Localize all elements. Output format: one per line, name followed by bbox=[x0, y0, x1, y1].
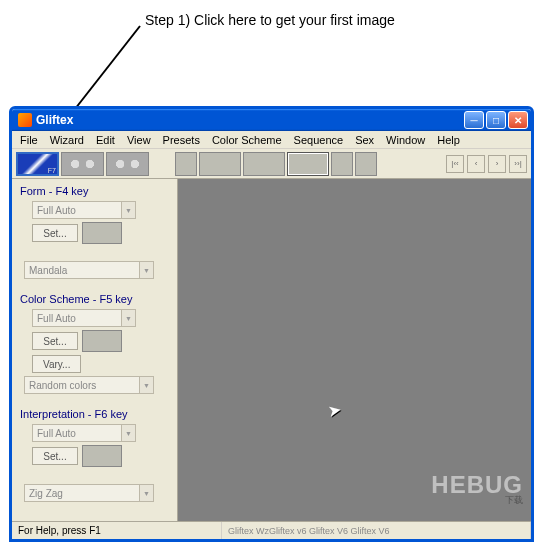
app-icon bbox=[18, 113, 32, 127]
interp-mode-select[interactable]: Full Auto▼ bbox=[32, 424, 136, 442]
menu-sex[interactable]: Sex bbox=[349, 133, 380, 147]
cursor-icon: ➤ bbox=[326, 400, 342, 421]
window-title: Gliftex bbox=[36, 113, 464, 127]
nav-next-button[interactable]: › bbox=[488, 155, 506, 173]
preset-thumb-3[interactable] bbox=[106, 152, 149, 176]
menu-view[interactable]: View bbox=[121, 133, 157, 147]
close-button[interactable]: ✕ bbox=[508, 111, 528, 129]
form-panel-title: Form - F4 key bbox=[20, 185, 169, 197]
form-swatch[interactable] bbox=[82, 222, 122, 244]
color-set-button[interactable]: Set... bbox=[32, 332, 78, 350]
titlebar[interactable]: Gliftex ─ □ ✕ bbox=[12, 109, 531, 131]
form-mode-select[interactable]: Full Auto▼ bbox=[32, 201, 136, 219]
color-vary-button[interactable]: Vary... bbox=[32, 355, 81, 373]
menu-sequence[interactable]: Sequence bbox=[288, 133, 350, 147]
nav-prev-button[interactable]: ‹ bbox=[467, 155, 485, 173]
chevron-down-icon: ▼ bbox=[139, 262, 153, 278]
statusbar: For Help, press F1 Gliftex WzGliftex v6 … bbox=[12, 521, 531, 539]
menu-file[interactable]: File bbox=[14, 133, 44, 147]
instruction-text: Step 1) Click here to get your first ima… bbox=[145, 12, 395, 28]
form-panel: Form - F4 key Full Auto▼ Set... Mandala▼ bbox=[20, 185, 169, 279]
nav-last-button[interactable]: ››| bbox=[509, 155, 527, 173]
interp-panel-title: Interpretation - F6 key bbox=[20, 408, 169, 420]
status-help: For Help, press F1 bbox=[12, 522, 222, 539]
menu-color-scheme[interactable]: Color Scheme bbox=[206, 133, 288, 147]
color-mode-select[interactable]: Full Auto▼ bbox=[32, 309, 136, 327]
interp-style-select[interactable]: Zig Zag▼ bbox=[24, 484, 154, 502]
toolbar: F7 |‹‹ ‹ › ››| bbox=[12, 149, 531, 179]
interp-panel: Interpretation - F6 key Full Auto▼ Set..… bbox=[20, 408, 169, 502]
menu-help[interactable]: Help bbox=[431, 133, 466, 147]
chevron-down-icon: ▼ bbox=[121, 202, 135, 218]
chevron-down-icon: ▼ bbox=[121, 310, 135, 326]
wizard-generate-button[interactable]: F7 bbox=[16, 152, 59, 176]
interp-swatch[interactable] bbox=[82, 445, 122, 467]
menu-edit[interactable]: Edit bbox=[90, 133, 121, 147]
toolbar-slot-f[interactable] bbox=[355, 152, 377, 176]
color-swatch[interactable] bbox=[82, 330, 122, 352]
menubar: File Wizard Edit View Presets Color Sche… bbox=[12, 131, 531, 149]
canvas-area[interactable]: ➤ HEBUG 下载 bbox=[178, 179, 531, 521]
color-palette-select[interactable]: Random colors▼ bbox=[24, 376, 154, 394]
chevron-down-icon: ▼ bbox=[139, 377, 153, 393]
maximize-button[interactable]: □ bbox=[486, 111, 506, 129]
interp-set-button[interactable]: Set... bbox=[32, 447, 78, 465]
toolbar-slot-e[interactable] bbox=[331, 152, 353, 176]
nav-first-button[interactable]: |‹‹ bbox=[446, 155, 464, 173]
color-panel-title: Color Scheme - F5 key bbox=[20, 293, 169, 305]
watermark-sub: 下载 bbox=[505, 494, 523, 507]
toolbar-slot-d[interactable] bbox=[287, 152, 329, 176]
chevron-down-icon: ▼ bbox=[121, 425, 135, 441]
toolbar-slot-c[interactable] bbox=[243, 152, 285, 176]
toolbar-slot-a[interactable] bbox=[175, 152, 197, 176]
toolbar-slot-b[interactable] bbox=[199, 152, 241, 176]
chevron-down-icon: ▼ bbox=[139, 485, 153, 501]
form-set-button[interactable]: Set... bbox=[32, 224, 78, 242]
app-window: Gliftex ─ □ ✕ File Wizard Edit View Pres… bbox=[9, 106, 534, 542]
form-shape-select[interactable]: Mandala▼ bbox=[24, 261, 154, 279]
minimize-button[interactable]: ─ bbox=[464, 111, 484, 129]
menu-wizard[interactable]: Wizard bbox=[44, 133, 90, 147]
status-info: Gliftex WzGliftex v6 Gliftex V6 Gliftex … bbox=[222, 522, 531, 539]
workspace: Form - F4 key Full Auto▼ Set... Mandala▼… bbox=[12, 179, 531, 521]
color-panel: Color Scheme - F5 key Full Auto▼ Set... … bbox=[20, 293, 169, 394]
menu-window[interactable]: Window bbox=[380, 133, 431, 147]
sidebar: Form - F4 key Full Auto▼ Set... Mandala▼… bbox=[12, 179, 178, 521]
preset-thumb-2[interactable] bbox=[61, 152, 104, 176]
menu-presets[interactable]: Presets bbox=[157, 133, 206, 147]
